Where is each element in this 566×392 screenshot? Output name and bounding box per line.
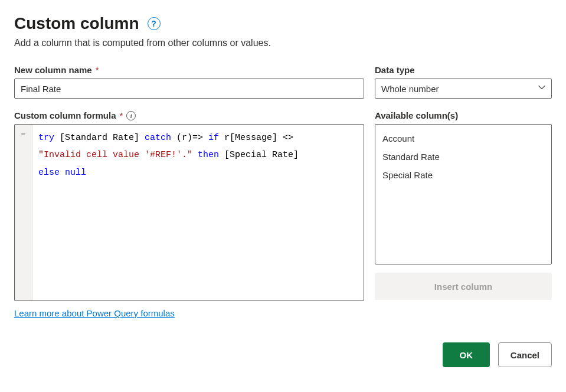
column-name-label: New column name *	[14, 65, 364, 75]
formula-editor[interactable]: = try [Standard Rate] catch (r)=> if r[M…	[14, 124, 364, 301]
available-columns-list[interactable]: Account Standard Rate Special Rate	[375, 124, 552, 264]
column-name-input[interactable]	[14, 79, 364, 99]
data-type-label: Data type	[375, 65, 552, 75]
ok-button[interactable]: OK	[443, 342, 490, 367]
formula-label: Custom column formula * i	[14, 110, 364, 120]
insert-column-button[interactable]: Insert column	[375, 273, 552, 300]
dialog-subtitle: Add a column that is computed from other…	[14, 38, 552, 48]
required-star: *	[96, 65, 99, 75]
list-item[interactable]: Special Rate	[375, 166, 551, 184]
required-star: *	[120, 110, 123, 120]
data-type-selected: Whole number	[381, 84, 439, 94]
formula-gutter: =	[15, 125, 32, 300]
data-type-select[interactable]: Whole number	[375, 79, 552, 99]
info-icon[interactable]: i	[126, 111, 136, 120]
formula-label-text: Custom column formula	[14, 110, 116, 120]
column-name-label-text: New column name	[14, 65, 92, 75]
help-icon[interactable]: ?	[148, 17, 161, 30]
cancel-button[interactable]: Cancel	[498, 342, 552, 367]
available-columns-label: Available column(s)	[375, 110, 552, 120]
dialog-title: Custom column	[14, 14, 139, 33]
learn-more-link[interactable]: Learn more about Power Query formulas	[14, 308, 175, 318]
list-item[interactable]: Account	[375, 129, 551, 148]
formula-code[interactable]: try [Standard Rate] catch (r)=> if r[Mes…	[32, 125, 364, 300]
list-item[interactable]: Standard Rate	[375, 148, 551, 166]
